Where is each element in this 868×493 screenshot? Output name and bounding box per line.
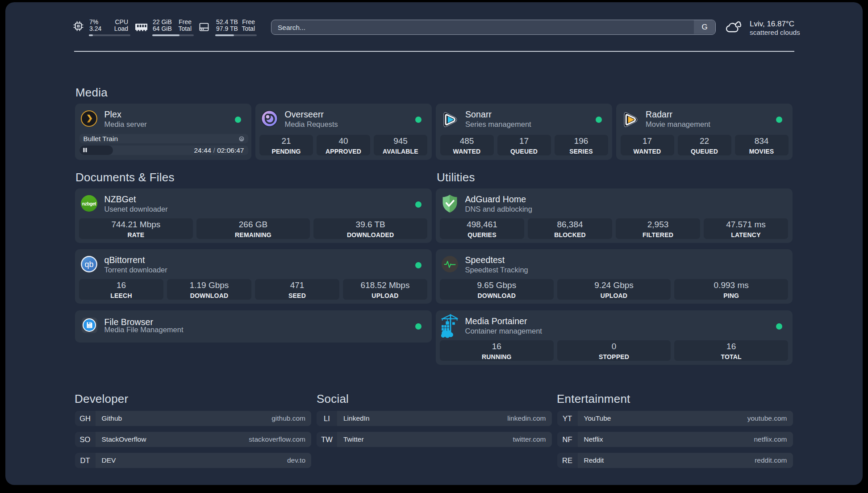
svg-text:qb: qb	[84, 260, 93, 269]
svg-text:nzbget: nzbget	[82, 201, 96, 206]
